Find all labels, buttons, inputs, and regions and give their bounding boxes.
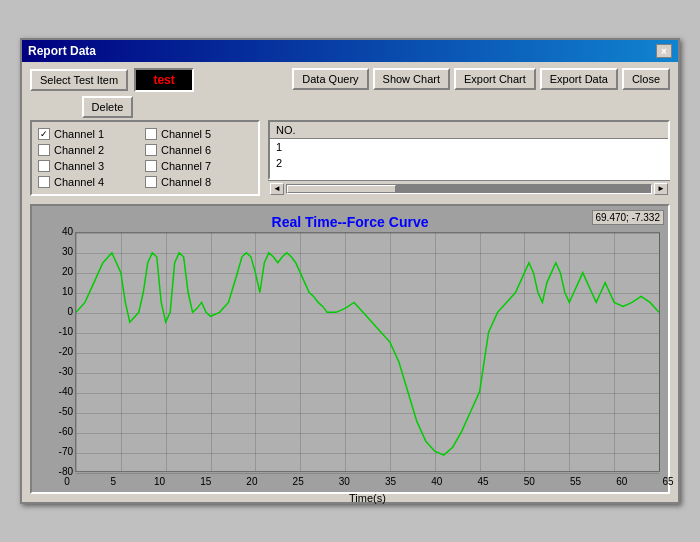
y-labels: 403020100-10-20-30-40-50-60-70-80 bbox=[40, 232, 75, 472]
window-title: Report Data bbox=[28, 44, 96, 58]
scroll-right-button[interactable]: ► bbox=[654, 183, 668, 195]
select-test-item-button[interactable]: Select Test Item bbox=[30, 69, 128, 91]
show-chart-button[interactable]: Show Chart bbox=[373, 68, 450, 90]
channel-3-label: Channel 3 bbox=[54, 160, 104, 172]
horizontal-scrollbar[interactable]: ◄ ► bbox=[268, 180, 670, 196]
x-label: 35 bbox=[385, 476, 396, 487]
x-label: 0 bbox=[64, 476, 70, 487]
test-value-label: test bbox=[134, 68, 194, 92]
scroll-left-button[interactable]: ◄ bbox=[270, 183, 284, 195]
y-label: -40 bbox=[59, 386, 73, 397]
channel-2-checkbox[interactable] bbox=[38, 144, 50, 156]
channel-1-item[interactable]: Channel 1 bbox=[38, 128, 145, 140]
x-label: 40 bbox=[431, 476, 442, 487]
x-labels: 05101520253035404550556065 bbox=[67, 476, 668, 492]
channels-panel: Channel 1 Channel 5 Channel 2 Channel 6 … bbox=[30, 120, 260, 196]
channel-6-checkbox[interactable] bbox=[145, 144, 157, 156]
channel-5-label: Channel 5 bbox=[161, 128, 211, 140]
y-label: -30 bbox=[59, 366, 73, 377]
channel-1-checkbox[interactable] bbox=[38, 128, 50, 140]
scroll-track[interactable] bbox=[286, 184, 652, 194]
channel-1-label: Channel 1 bbox=[54, 128, 104, 140]
data-query-button[interactable]: Data Query bbox=[292, 68, 368, 90]
export-chart-button[interactable]: Export Chart bbox=[454, 68, 536, 90]
channel-8-checkbox[interactable] bbox=[145, 176, 157, 188]
channel-8-item[interactable]: Channel 8 bbox=[145, 176, 252, 188]
chart-area: Real Time--Force Curve 69.470; -7.332 AR… bbox=[30, 204, 670, 494]
chart-title: Real Time--Force Curve bbox=[32, 210, 668, 232]
y-label: 40 bbox=[62, 226, 73, 237]
y-label: -70 bbox=[59, 446, 73, 457]
x-label: 10 bbox=[154, 476, 165, 487]
channel-7-item[interactable]: Channel 7 bbox=[145, 160, 252, 172]
chart-wrapper: 403020100-10-20-30-40-50-60-70-80 bbox=[40, 232, 660, 472]
main-window: Report Data × Select Test Item test Dele… bbox=[20, 38, 680, 504]
x-label: 20 bbox=[246, 476, 257, 487]
table-row: 2 bbox=[270, 155, 668, 171]
x-label: 5 bbox=[110, 476, 116, 487]
x-label: 55 bbox=[570, 476, 581, 487]
coord-display: 69.470; -7.332 bbox=[592, 210, 665, 225]
y-label: -20 bbox=[59, 346, 73, 357]
chart-plot bbox=[75, 232, 660, 472]
x-label: 25 bbox=[293, 476, 304, 487]
y-label: 10 bbox=[62, 286, 73, 297]
x-label: 45 bbox=[478, 476, 489, 487]
export-data-button[interactable]: Export Data bbox=[540, 68, 618, 90]
channel-4-item[interactable]: Channel 4 bbox=[38, 176, 145, 188]
channel-6-item[interactable]: Channel 6 bbox=[145, 144, 252, 156]
x-label: 60 bbox=[616, 476, 627, 487]
channel-7-checkbox[interactable] bbox=[145, 160, 157, 172]
y-label: 20 bbox=[62, 266, 73, 277]
y-label: 30 bbox=[62, 246, 73, 257]
channel-3-checkbox[interactable] bbox=[38, 160, 50, 172]
channel-5-checkbox[interactable] bbox=[145, 128, 157, 140]
channel-5-item[interactable]: Channel 5 bbox=[145, 128, 252, 140]
x-label: 50 bbox=[524, 476, 535, 487]
channel-7-label: Channel 7 bbox=[161, 160, 211, 172]
close-window-button[interactable]: × bbox=[656, 44, 672, 58]
data-table: NO. 12 bbox=[270, 122, 668, 171]
table-row: 1 bbox=[270, 139, 668, 156]
channel-4-label: Channel 4 bbox=[54, 176, 104, 188]
channel-4-checkbox[interactable] bbox=[38, 176, 50, 188]
close-button[interactable]: Close bbox=[622, 68, 670, 90]
table-header-no: NO. bbox=[270, 122, 668, 139]
y-label: 0 bbox=[67, 306, 73, 317]
channel-6-label: Channel 6 bbox=[161, 144, 211, 156]
channel-2-label: Channel 2 bbox=[54, 144, 104, 156]
title-bar: Report Data × bbox=[22, 40, 678, 62]
channel-3-item[interactable]: Channel 3 bbox=[38, 160, 145, 172]
x-label: 65 bbox=[662, 476, 673, 487]
y-label: -60 bbox=[59, 426, 73, 437]
channel-2-item[interactable]: Channel 2 bbox=[38, 144, 145, 156]
x-label: 30 bbox=[339, 476, 350, 487]
x-label: 15 bbox=[200, 476, 211, 487]
delete-button[interactable]: Delete bbox=[82, 96, 134, 118]
x-axis-title: Time(s) bbox=[67, 492, 668, 504]
channel-8-label: Channel 8 bbox=[161, 176, 211, 188]
y-label: -10 bbox=[59, 326, 73, 337]
y-label: -50 bbox=[59, 406, 73, 417]
